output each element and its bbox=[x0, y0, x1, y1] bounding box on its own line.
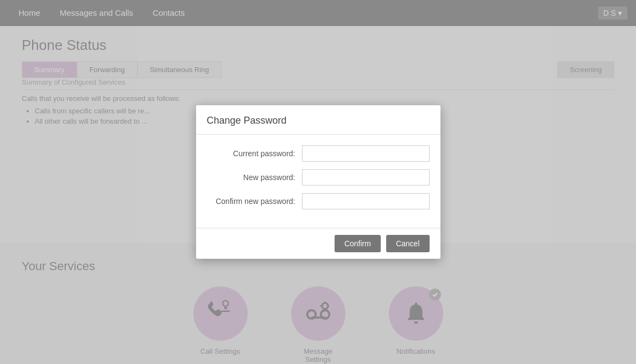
modal-title: Change Password bbox=[207, 115, 430, 126]
modal-body: Current password: New password: Confirm … bbox=[196, 135, 440, 228]
new-password-input[interactable] bbox=[302, 169, 430, 186]
cancel-button[interactable]: Cancel bbox=[386, 235, 430, 252]
confirm-button[interactable]: Confirm bbox=[335, 235, 381, 252]
confirm-password-row: Confirm new password: bbox=[207, 193, 430, 209]
modal-overlay: Change Password Current password: New pa… bbox=[0, 0, 636, 364]
confirm-password-label: Confirm new password: bbox=[207, 197, 302, 206]
new-password-label: New password: bbox=[207, 173, 302, 182]
modal-header: Change Password bbox=[196, 105, 440, 135]
current-password-row: Current password: bbox=[207, 145, 430, 162]
change-password-modal: Change Password Current password: New pa… bbox=[196, 105, 440, 259]
current-password-label: Current password: bbox=[207, 149, 302, 158]
current-password-input[interactable] bbox=[302, 145, 430, 162]
modal-footer: Confirm Cancel bbox=[196, 228, 440, 259]
new-password-row: New password: bbox=[207, 169, 430, 186]
confirm-password-input[interactable] bbox=[302, 193, 430, 209]
